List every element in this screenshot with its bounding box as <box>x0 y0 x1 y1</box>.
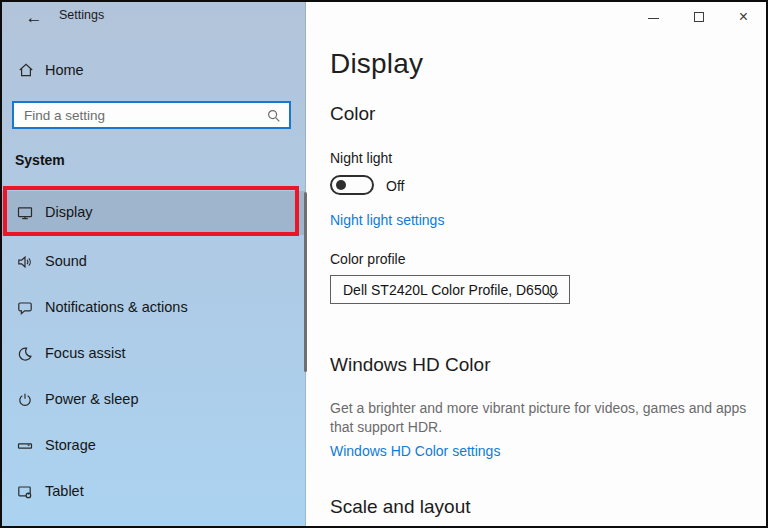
color-section-heading: Color <box>330 103 375 125</box>
minimize-icon <box>648 18 659 19</box>
night-light-toggle[interactable] <box>330 175 374 195</box>
sidebar-item-display[interactable]: Display <box>2 191 305 235</box>
sidebar-item-label: Sound <box>45 253 87 269</box>
sidebar-item-label: Home <box>45 62 84 78</box>
sidebar-item-label: Focus assist <box>45 345 126 361</box>
maximize-icon <box>694 12 704 22</box>
search-box <box>12 101 291 129</box>
settings-window: ← Settings Home System <box>0 0 768 528</box>
sidebar-item-tablet[interactable]: Tablet <box>2 470 305 514</box>
sidebar-item-label: Display <box>45 204 93 220</box>
hd-color-description: Get a brighter and more vibrant picture … <box>330 399 768 437</box>
night-light-settings-link[interactable]: Night light settings <box>330 212 444 228</box>
back-button[interactable]: ← <box>20 5 48 31</box>
sidebar-item-sound[interactable]: Sound <box>2 240 305 284</box>
search-icon <box>266 108 282 128</box>
minimize-button[interactable] <box>631 2 676 32</box>
color-profile-label: Color profile <box>330 251 405 267</box>
search-input[interactable] <box>14 103 289 127</box>
storage-icon <box>16 437 34 459</box>
sidebar: ← Settings Home System <box>2 2 306 526</box>
sidebar-section-system: System <box>15 152 65 168</box>
sound-icon <box>16 253 34 275</box>
tablet-icon <box>16 483 34 505</box>
color-profile-dropdown[interactable]: Dell ST2420L Color Profile, D6500 <box>330 275 570 304</box>
sidebar-item-notifications[interactable]: Notifications & actions <box>2 286 305 330</box>
chevron-down-icon <box>547 287 559 303</box>
page-title: Display <box>330 48 423 80</box>
sidebar-item-storage[interactable]: Storage <box>2 424 305 468</box>
hd-color-section-heading: Windows HD Color <box>330 354 490 376</box>
focus-assist-icon <box>16 345 34 367</box>
sidebar-item-focus-assist[interactable]: Focus assist <box>2 332 305 376</box>
sidebar-item-label: Notifications & actions <box>45 299 188 315</box>
scale-layout-section-heading: Scale and layout <box>330 496 471 518</box>
notifications-icon <box>16 299 34 321</box>
sidebar-item-label: Power & sleep <box>45 391 139 407</box>
hd-color-settings-link[interactable]: Windows HD Color settings <box>330 443 500 459</box>
color-profile-value: Dell ST2420L Color Profile, D6500 <box>343 282 557 298</box>
app-title: Settings <box>59 8 104 22</box>
close-button[interactable]: × <box>721 2 766 32</box>
titlebar: ← Settings <box>2 2 305 36</box>
home-icon <box>17 61 35 83</box>
main-pane: × Display Color Night light Off Night li… <box>307 2 766 526</box>
display-icon <box>16 204 34 226</box>
sidebar-item-label: Tablet <box>45 483 84 499</box>
night-light-state: Off <box>386 178 404 194</box>
sidebar-item-power-sleep[interactable]: Power & sleep <box>2 378 305 422</box>
window-controls: × <box>631 2 766 32</box>
sidebar-item-label: Storage <box>45 437 96 453</box>
sidebar-item-home[interactable]: Home <box>2 56 305 88</box>
close-icon: × <box>739 9 748 25</box>
toggle-knob <box>336 180 346 190</box>
night-light-label: Night light <box>330 150 392 166</box>
power-icon <box>16 391 34 413</box>
back-icon: ← <box>26 8 43 27</box>
maximize-button[interactable] <box>676 2 721 32</box>
